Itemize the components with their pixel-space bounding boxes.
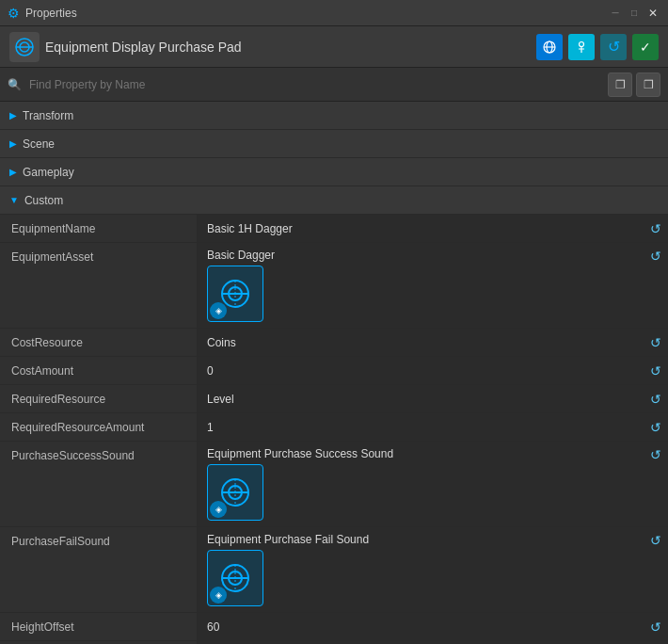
cost-amount-reset[interactable]: ↺ [644, 363, 668, 378]
required-resource-amount-text: 1 [207, 421, 634, 434]
custom-label: Custom [24, 194, 63, 207]
section-custom[interactable]: ▼ Custom [0, 186, 668, 215]
required-resource-amount-reset[interactable]: ↺ [644, 420, 668, 435]
prop-row-cost-amount: CostAmount 0 ↺ [0, 357, 668, 385]
section-scene[interactable]: ▶ Scene [0, 130, 668, 158]
equipment-asset-value: Basic Dagger ◈ [198, 243, 644, 328]
equipment-asset-name: Basic Dagger [207, 249, 634, 262]
success-sound-badge[interactable]: ◈ [210, 501, 227, 518]
equipment-asset-thumb[interactable]: ◈ [207, 266, 263, 322]
purchase-success-sound-value: Equipment Purchase Success Sound ◈ [198, 442, 644, 526]
prop-row-height-offset: HeightOffset 60 ↺ [0, 613, 668, 641]
fail-sound-badge[interactable]: ◈ [210, 587, 227, 604]
fail-sound-thumb-container: ◈ [207, 550, 634, 606]
required-resource-text: Level [207, 393, 634, 406]
cost-resource-value[interactable]: Coins [198, 332, 644, 353]
search-row: 🔍 ❐ ❒ [0, 68, 668, 102]
prop-row-cost-resource: CostResource Coins ↺ [0, 329, 668, 357]
purchase-fail-sound-name: Equipment Purchase Fail Sound [207, 533, 634, 546]
custom-arrow-icon: ▼ [9, 195, 19, 205]
required-resource-value[interactable]: Level [198, 389, 644, 410]
object-icon [9, 32, 40, 62]
world-button[interactable] [536, 34, 563, 60]
gameplay-label: Gameplay [23, 166, 74, 179]
svg-point-6 [580, 41, 584, 46]
height-offset-value[interactable]: 60 [198, 617, 644, 637]
title-bar-gear-icon: ⚙ [8, 6, 20, 21]
cost-amount-value[interactable]: 0 [198, 361, 644, 381]
prop-row-required-resource-amount: RequiredResourceAmount 1 ↺ [0, 413, 668, 442]
purchase-fail-sound-label: PurchaseFailSound [0, 527, 198, 612]
required-resource-label: RequiredResource [0, 385, 198, 412]
scene-arrow-icon: ▶ [9, 138, 17, 149]
maximize-button[interactable]: □ [627, 6, 642, 21]
title-bar-label: Properties [25, 7, 608, 20]
cost-resource-reset[interactable]: ↺ [644, 335, 668, 350]
height-offset-label: HeightOffset [0, 613, 198, 640]
cost-resource-label: CostResource [0, 329, 198, 356]
purchase-success-sound-name: Equipment Purchase Success Sound [207, 447, 634, 460]
purchase-fail-sound-reset[interactable]: ↺ [644, 527, 668, 548]
asset-thumb-badge[interactable]: ◈ [210, 302, 227, 319]
fail-sound-thumb[interactable]: ◈ [207, 550, 263, 606]
section-transform[interactable]: ▶ Transform [0, 102, 668, 130]
cost-amount-text: 0 [207, 364, 634, 378]
cost-resource-text: Coins [207, 336, 634, 349]
cost-amount-label: CostAmount [0, 357, 198, 384]
success-sound-thumb[interactable]: ◈ [207, 464, 263, 521]
prop-row-purchase-success-sound: PurchaseSuccessSound Equipment Purchase … [0, 442, 668, 527]
minimize-button[interactable]: ─ [608, 6, 623, 21]
transform-arrow-icon: ▶ [9, 110, 17, 121]
search-input[interactable] [29, 78, 604, 91]
confirm-button[interactable]: ✓ [632, 34, 659, 60]
purchase-fail-sound-value: Equipment Purchase Fail Sound ◈ [198, 527, 644, 612]
equipment-asset-thumb-container: ◈ [207, 266, 634, 322]
section-gameplay[interactable]: ▶ Gameplay [0, 158, 668, 186]
equipment-asset-reset[interactable]: ↺ [644, 243, 668, 264]
properties-content: ▶ Transform ▶ Scene ▶ Gameplay ▼ Custom … [0, 102, 668, 644]
equipment-name-label: EquipmentName [0, 215, 198, 242]
pin-button[interactable] [568, 34, 595, 60]
gameplay-arrow-icon: ▶ [9, 167, 17, 177]
purchase-success-sound-label: PurchaseSuccessSound [0, 442, 198, 526]
height-offset-reset[interactable]: ↺ [644, 620, 668, 635]
equipment-name-text: Basic 1H Dagger [207, 222, 634, 235]
custom-properties: EquipmentName Basic 1H Dagger ↺ Equipmen… [0, 215, 668, 644]
equipment-name-value[interactable]: Basic 1H Dagger [198, 218, 644, 239]
required-resource-amount-label: RequiredResourceAmount [0, 413, 198, 441]
search-icon: 🔍 [8, 78, 22, 91]
equipment-name-reset[interactable]: ↺ [644, 221, 668, 236]
title-bar: ⚙ Properties ─ □ ✕ [0, 0, 668, 26]
close-button[interactable]: ✕ [645, 6, 660, 21]
prop-row-equipment-asset: EquipmentAsset Basic Dagger ◈ ↺ [0, 243, 668, 329]
header-row: Equipment Display Purchase Pad ↺ ✓ [0, 26, 668, 68]
prop-row-equipment-name: EquipmentName Basic 1H Dagger ↺ [0, 215, 668, 243]
collapse-button[interactable]: ❒ [636, 72, 660, 97]
copy-button[interactable]: ❐ [608, 72, 632, 97]
required-resource-reset[interactable]: ↺ [644, 392, 668, 407]
equipment-asset-label: EquipmentAsset [0, 243, 198, 328]
prop-row-required-resource: RequiredResource Level ↺ [0, 385, 668, 413]
prop-row-purchase-fail-sound: PurchaseFailSound Equipment Purchase Fai… [0, 527, 668, 613]
title-bar-controls: ─ □ ✕ [608, 6, 660, 21]
refresh-button[interactable]: ↺ [600, 34, 627, 60]
header-title: Equipment Display Purchase Pad [45, 40, 531, 55]
purchase-success-sound-reset[interactable]: ↺ [644, 442, 668, 462]
transform-label: Transform [23, 109, 73, 122]
height-offset-text: 60 [207, 620, 634, 634]
scene-label: Scene [23, 137, 55, 151]
success-sound-thumb-container: ◈ [207, 464, 634, 521]
required-resource-amount-value[interactable]: 1 [198, 417, 644, 438]
